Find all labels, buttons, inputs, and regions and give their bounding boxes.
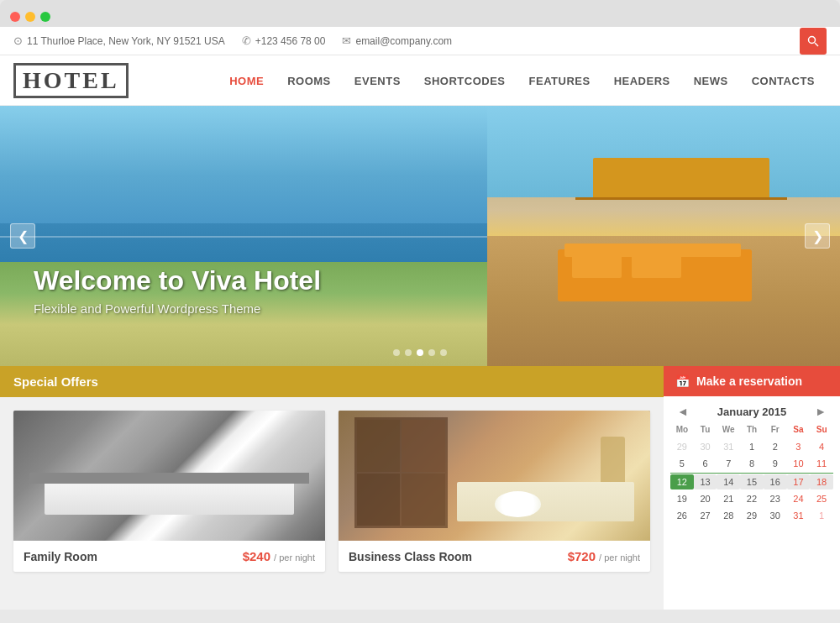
- nav-link-contacts[interactable]: CONTACTS: [740, 68, 827, 94]
- nav-link-news[interactable]: NEWS: [682, 68, 740, 94]
- cushion-2: [632, 252, 681, 278]
- flower: [495, 491, 542, 517]
- room-price-business: $720 / per night: [568, 549, 640, 563]
- email-icon: ✉: [342, 34, 351, 47]
- cal-day-20[interactable]: 20: [694, 491, 717, 506]
- room-card-family[interactable]: Family Room $240 / per night: [13, 411, 325, 572]
- nav-link-features[interactable]: FEATURES: [517, 68, 602, 94]
- cal-day-5[interactable]: 5: [670, 456, 694, 471]
- hero-subtitle: Flexible and Powerful Wordpress Theme: [34, 301, 321, 316]
- nav-item-news[interactable]: NEWS: [682, 73, 740, 88]
- cal-day-22[interactable]: 22: [740, 491, 764, 506]
- cal-day-18[interactable]: 18: [810, 474, 833, 490]
- cal-day-dec31[interactable]: 31: [717, 439, 740, 454]
- nav-item-home[interactable]: HOME: [218, 73, 276, 88]
- cal-day-4[interactable]: 4: [810, 439, 833, 454]
- room-image-family: [13, 411, 325, 541]
- cal-day-14[interactable]: 14: [717, 474, 740, 490]
- cal-header-sa: Sa: [787, 423, 811, 436]
- lamp: [601, 437, 626, 482]
- cal-day-31[interactable]: 31: [787, 508, 811, 523]
- nav-link-rooms[interactable]: ROOMS: [276, 68, 343, 94]
- photo-wall: [354, 417, 448, 528]
- room-price-amount-business: $720: [568, 549, 596, 563]
- cal-day-13[interactable]: 13: [694, 474, 717, 490]
- cal-day-10[interactable]: 10: [787, 456, 811, 471]
- cal-day-30[interactable]: 30: [764, 508, 787, 523]
- svg-point-0: [809, 36, 816, 43]
- slider-dot-3[interactable]: [417, 349, 423, 356]
- nav-item-headers[interactable]: HEADERS: [602, 73, 682, 88]
- content-section: Special Offers Family Room $240 / per ni…: [0, 366, 840, 610]
- per-night-business: / per night: [599, 552, 640, 563]
- cal-day-19[interactable]: 19: [670, 491, 694, 506]
- cal-day-21[interactable]: 21: [717, 491, 740, 506]
- cal-day-23[interactable]: 23: [764, 491, 787, 506]
- nav-link-home[interactable]: HOME: [218, 68, 276, 94]
- browser-dot-green[interactable]: [40, 12, 50, 22]
- cal-day-15[interactable]: 15: [740, 474, 764, 490]
- cal-day-29[interactable]: 29: [740, 508, 764, 523]
- slider-next-button[interactable]: ❯: [805, 223, 830, 249]
- cushion-1: [572, 252, 622, 278]
- nav-item-features[interactable]: FEATURES: [517, 73, 602, 88]
- reservation-header: 📅 Make a reservation: [664, 366, 840, 396]
- special-offers-title: Special Offers: [13, 374, 98, 389]
- cal-day-12[interactable]: 12: [670, 474, 694, 490]
- cal-day-17[interactable]: 17: [787, 474, 811, 490]
- cal-day-2[interactable]: 2: [764, 439, 787, 454]
- cal-day-7[interactable]: 7: [717, 456, 740, 471]
- cal-day-24[interactable]: 24: [787, 491, 811, 506]
- cal-day-25[interactable]: 25: [810, 491, 833, 506]
- slider-dots: [393, 349, 447, 356]
- calendar-week-2: 5 6 7 8 9 10 11: [670, 456, 833, 471]
- calendar-next-button[interactable]: ►: [811, 405, 830, 418]
- cal-day-27[interactable]: 27: [694, 508, 717, 523]
- browser-dot-yellow[interactable]: [25, 12, 35, 22]
- address-item: ⊙ 11 Thurloe Place, New York, NY 91521 U…: [13, 34, 225, 47]
- cal-day-28[interactable]: 28: [717, 508, 740, 523]
- nav-item-contacts[interactable]: CONTACTS: [740, 73, 827, 88]
- cal-day-9[interactable]: 9: [764, 456, 787, 471]
- cal-day-6[interactable]: 6: [694, 456, 717, 471]
- slider-dot-2[interactable]: [405, 349, 412, 356]
- room-price-family: $240 / per night: [243, 549, 315, 563]
- calendar-grid: Mo Tu We Th Fr Sa Su 29 30 31 1 2 3 4 5: [664, 423, 840, 533]
- per-night-family: / per night: [274, 552, 315, 563]
- nav-link-headers[interactable]: HEADERS: [602, 68, 682, 94]
- slider-prev-button[interactable]: ❮: [10, 223, 35, 249]
- cal-day-dec30[interactable]: 30: [694, 439, 717, 454]
- cal-day-feb1[interactable]: 1: [810, 508, 833, 523]
- nav-link-shortcodes[interactable]: SHORTCODES: [412, 68, 517, 94]
- svg-line-1: [815, 43, 818, 46]
- slider-dot-1[interactable]: [393, 349, 400, 356]
- slider-dot-4[interactable]: [428, 349, 435, 356]
- phone-item: ✆ +123 456 78 00: [242, 34, 326, 47]
- search-icon: [807, 35, 819, 47]
- calendar-week-5: 26 27 28 29 30 31 1: [670, 508, 833, 523]
- nav-item-events[interactable]: EVENTS: [343, 73, 412, 88]
- calendar-week-1: 29 30 31 1 2 3 4: [670, 439, 833, 454]
- cal-day-16[interactable]: 16: [764, 474, 787, 490]
- nav-links: HOME ROOMS EVENTS SHORTCODES FEATURES HE…: [218, 73, 827, 88]
- cal-header-mo: Mo: [670, 423, 694, 436]
- cal-day-8[interactable]: 8: [740, 456, 764, 471]
- cal-day-dec29[interactable]: 29: [670, 439, 694, 454]
- calendar-prev-button[interactable]: ◄: [674, 405, 692, 418]
- nav-link-events[interactable]: EVENTS: [343, 68, 412, 94]
- room-card-business[interactable]: Business Class Room $720 / per night: [339, 411, 650, 572]
- nav-item-rooms[interactable]: ROOMS: [276, 73, 343, 88]
- nav-item-shortcodes[interactable]: SHORTCODES: [412, 73, 517, 88]
- cal-day-26[interactable]: 26: [670, 508, 694, 523]
- hotel-logo[interactable]: HOTEL: [13, 63, 129, 98]
- reservation-title: Make a reservation: [696, 374, 802, 388]
- cal-day-3[interactable]: 3: [787, 439, 811, 454]
- cal-day-1[interactable]: 1: [740, 439, 764, 454]
- room-card-info-business: Business Class Room $720 / per night: [339, 541, 650, 572]
- search-button[interactable]: [800, 28, 827, 55]
- cal-day-11[interactable]: 11: [810, 456, 833, 471]
- hero-slider: Welcome to Viva Hotel Flexible and Power…: [0, 106, 840, 366]
- special-offers-header: Special Offers: [0, 366, 664, 397]
- slider-dot-5[interactable]: [440, 349, 447, 356]
- browser-dot-red[interactable]: [10, 12, 20, 22]
